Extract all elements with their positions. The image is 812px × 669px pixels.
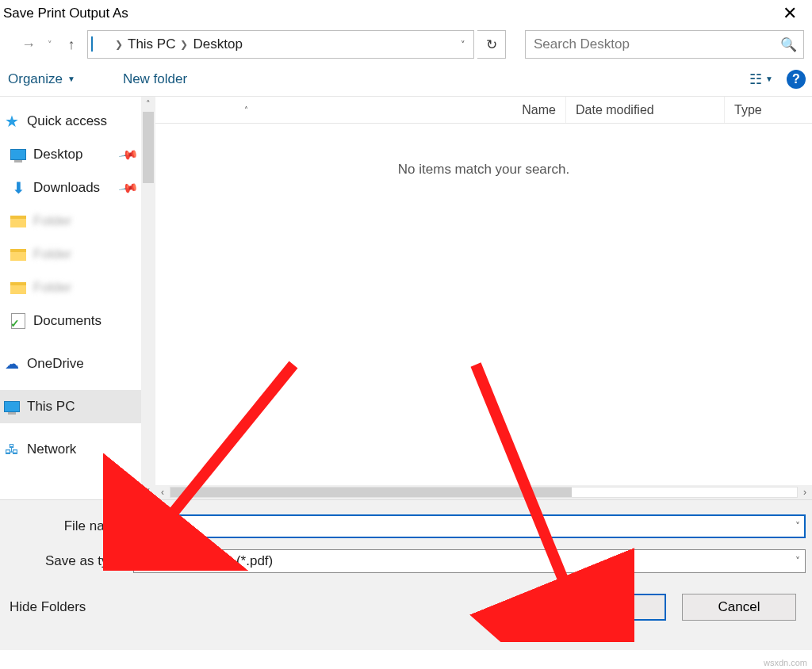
pc-icon [91, 37, 110, 52]
up-button[interactable]: ↑ [60, 33, 82, 55]
sidebar-item-label: OneDrive [27, 356, 84, 372]
folder-icon [10, 212, 27, 230]
doc-icon [10, 312, 27, 330]
nav-row: → ˅ ↑ ❯ This PC ❯ Desktop ˅ ↻ 🔍 [0, 27, 812, 62]
toolbar: Organize ▼ New folder ☷ ▼ ? [0, 62, 812, 97]
chevron-down-icon: ▼ [67, 75, 75, 83]
search-icon: 🔍 [780, 36, 797, 53]
column-header-row: ˄ Name Date modified Type [155, 97, 812, 124]
close-button[interactable]: ✕ [772, 3, 807, 24]
search-box[interactable]: 🔍 [525, 30, 804, 59]
scroll-right-icon[interactable]: › [798, 487, 812, 498]
sidebar-item-label: This PC [27, 399, 75, 415]
cloud-icon: ☁ [3, 355, 21, 373]
annotation-arrow-save [444, 349, 634, 642]
scroll-up-icon[interactable]: ˄ [141, 97, 155, 111]
cancel-button[interactable]: Cancel [682, 594, 796, 621]
organize-label: Organize [8, 71, 63, 87]
address-bar[interactable]: ❯ This PC ❯ Desktop ˅ [87, 30, 474, 59]
title-bar: Save Print Output As ✕ [0, 0, 812, 27]
up-arrow-icon: ↑ [68, 36, 75, 53]
column-name[interactable]: ˄ Name [155, 97, 566, 123]
desktop-icon [10, 146, 27, 163]
back-button[interactable]: → [17, 33, 40, 55]
recent-locations-dropdown[interactable]: ˅ [43, 33, 57, 55]
star-icon: ★ [3, 113, 21, 130]
sidebar-item-label: Quick access [27, 113, 107, 129]
sidebar-item-documents[interactable]: Documents [0, 304, 155, 338]
sort-asc-icon: ˄ [244, 105, 248, 114]
sidebar-item-f3[interactable]: Folder [0, 271, 155, 304]
cancel-label: Cancel [718, 599, 760, 615]
hide-folders-button[interactable]: Hide Folders [10, 599, 86, 615]
sidebar-item-label: Downloads [33, 180, 100, 196]
svg-line-3 [476, 365, 579, 618]
column-date[interactable]: Date modified [566, 97, 725, 123]
chevron-down-icon[interactable]: ˅ [795, 521, 800, 532]
sidebar-item-label: Network [27, 442, 76, 457]
svg-line-1 [147, 365, 293, 545]
breadcrumb-sep-icon: ❯ [112, 39, 126, 50]
address-history-dropdown[interactable]: ˅ [456, 40, 470, 50]
new-folder-button[interactable]: New folder [115, 71, 195, 87]
sidebar-item-label: Desktop [33, 147, 82, 162]
view-icon: ☷ [749, 71, 762, 88]
sidebar-item-f2[interactable]: Folder [0, 238, 155, 271]
empty-message: No items match your search. [155, 162, 812, 178]
net-icon: 🖧 [3, 441, 21, 458]
sidebar-item-label: Folder [33, 213, 71, 229]
chevron-down-icon: ▼ [765, 75, 773, 83]
pin-icon: 📌 [117, 143, 139, 165]
button-row: Hide Folders Save Cancel [6, 594, 806, 621]
folder-icon [10, 246, 27, 263]
sidebar-item-label: Folder [33, 247, 71, 262]
help-icon: ? [792, 72, 800, 86]
help-button[interactable]: ? [787, 70, 806, 89]
back-arrow-icon: → [21, 36, 36, 53]
column-type[interactable]: Type [725, 97, 812, 123]
sidebar-item-quick-access[interactable]: ★Quick access [0, 105, 155, 138]
search-input[interactable] [532, 36, 780, 53]
folder-icon [10, 279, 27, 296]
pin-icon: 📌 [117, 177, 139, 198]
column-date-label: Date modified [576, 103, 654, 117]
sidebar-item-label: Folder [33, 280, 71, 296]
sidebar-item-downloads[interactable]: ⬇Downloads📌 [0, 171, 155, 205]
scrollbar-thumb[interactable] [143, 112, 154, 183]
breadcrumb-sep-icon: ❯ [177, 39, 191, 50]
sidebar-item-f1[interactable]: Folder [0, 205, 155, 238]
view-options-button[interactable]: ☷ ▼ [745, 68, 777, 90]
down-icon: ⬇ [10, 179, 27, 197]
column-type-label: Type [734, 103, 762, 117]
breadcrumb-thispc[interactable]: This PC [128, 36, 175, 52]
sidebar-item-desktop[interactable]: Desktop📌 [0, 138, 155, 171]
column-name-label: Name [522, 103, 556, 117]
monitor-icon [3, 398, 21, 415]
refresh-icon: ↻ [486, 36, 497, 53]
window-title: Save Print Output As [0, 6, 128, 21]
new-folder-label: New folder [123, 71, 187, 87]
chevron-down-icon[interactable]: ˅ [795, 556, 800, 567]
breadcrumb-desktop[interactable]: Desktop [193, 36, 242, 52]
organize-menu[interactable]: Organize ▼ [0, 71, 83, 87]
refresh-button[interactable]: ↻ [477, 30, 506, 59]
sidebar-item-label: Documents [33, 313, 102, 329]
annotation-arrow-filename [103, 349, 309, 571]
hide-folders-label: Hide Folders [10, 599, 86, 614]
watermark: wsxdn.com [764, 658, 807, 667]
